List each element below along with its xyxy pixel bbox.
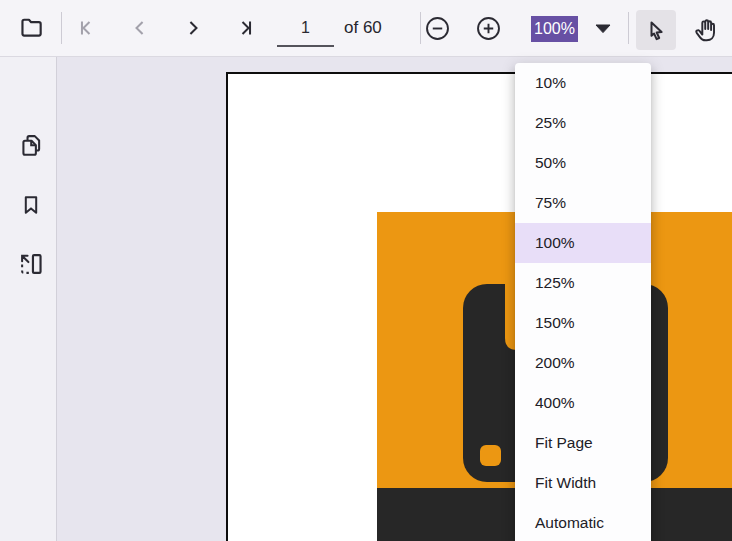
sidebar <box>0 57 57 541</box>
last-page-icon <box>235 17 257 39</box>
toolbar-divider <box>628 12 629 44</box>
pan-tool-button[interactable] <box>686 10 726 50</box>
text-selection-tool-button[interactable] <box>636 10 676 50</box>
zoom-menu-item[interactable]: 10% <box>515 63 651 103</box>
chevron-right-icon <box>182 17 204 39</box>
open-file-button[interactable] <box>16 12 48 44</box>
zoom-dropdown-menu: 10% 25% 50% 75% 100% 125% 150% 200% 400%… <box>515 63 651 541</box>
zoom-menu-item[interactable]: 50% <box>515 143 651 183</box>
first-page-icon <box>75 17 97 39</box>
first-page-button[interactable] <box>70 12 102 44</box>
zoom-menu-item[interactable]: Fit Page <box>515 423 651 463</box>
caret-down-icon <box>595 24 611 34</box>
last-page-button[interactable] <box>230 12 262 44</box>
sidebar-item-organize-pages[interactable] <box>17 250 45 278</box>
toolbar-divider <box>61 12 62 44</box>
pdf-page[interactable] <box>226 72 732 541</box>
zoom-menu-item[interactable]: 25% <box>515 103 651 143</box>
zoom-menu-item[interactable]: 200% <box>515 343 651 383</box>
zoom-menu-item[interactable]: Fit Width <box>515 463 651 503</box>
hand-icon <box>693 17 719 43</box>
zoom-value-input[interactable]: 100% <box>531 16 578 42</box>
next-page-button[interactable] <box>177 12 209 44</box>
page-count-label: of 60 <box>344 0 382 56</box>
sidebar-item-pages[interactable] <box>17 131 45 159</box>
page-number-input[interactable] <box>277 11 334 47</box>
pdf-viewer: of 60 100% <box>0 0 732 541</box>
organize-pages-icon <box>18 251 44 277</box>
zoom-out-icon <box>424 15 451 42</box>
zoom-menu-item[interactable]: Automatic <box>515 503 651 541</box>
chevron-left-icon <box>129 17 151 39</box>
zoom-menu-item-selected[interactable]: 100% <box>515 223 651 263</box>
zoom-menu-item[interactable]: 75% <box>515 183 651 223</box>
zoom-dropdown-button[interactable] <box>589 16 617 42</box>
zoom-out-button[interactable] <box>421 12 453 44</box>
zoom-menu-item[interactable]: 400% <box>515 383 651 423</box>
zoom-in-icon <box>475 15 502 42</box>
folder-open-icon <box>19 15 45 41</box>
toolbar: of 60 100% <box>0 0 732 57</box>
pages-icon <box>18 132 44 158</box>
zoom-in-button[interactable] <box>472 12 504 44</box>
cursor-arrow-icon <box>644 18 668 42</box>
bookmark-icon <box>19 193 43 217</box>
zoom-menu-item[interactable]: 125% <box>515 263 651 303</box>
sidebar-item-bookmarks[interactable] <box>17 191 45 219</box>
zoom-menu-item[interactable]: 150% <box>515 303 651 343</box>
previous-page-button[interactable] <box>124 12 156 44</box>
